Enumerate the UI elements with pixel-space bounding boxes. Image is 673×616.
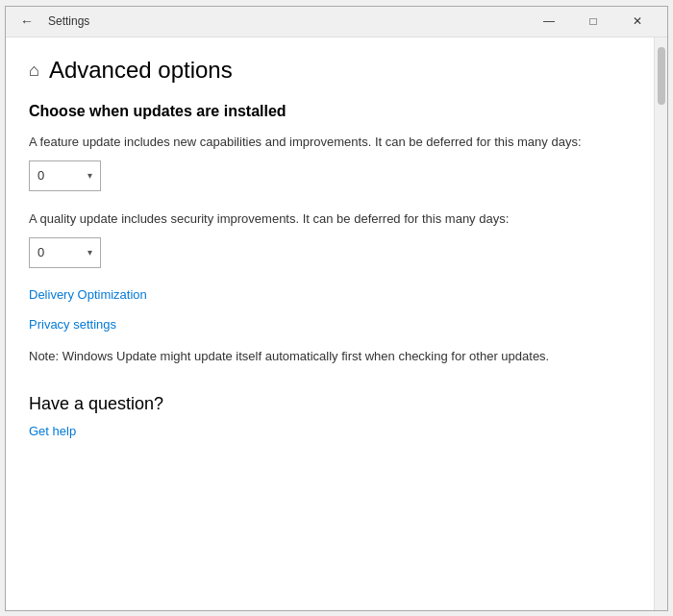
- close-button[interactable]: ✕: [615, 6, 660, 37]
- quality-update-description: A quality update includes security impro…: [29, 210, 631, 228]
- content-area: ⌂ Advanced options Choose when updates a…: [6, 37, 667, 610]
- main-content: ⌂ Advanced options Choose when updates a…: [6, 37, 654, 610]
- minimize-icon: —: [543, 14, 555, 28]
- back-icon: ←: [20, 13, 34, 29]
- get-help-link[interactable]: Get help: [29, 424, 631, 438]
- note-text: Note: Windows Update might update itself…: [29, 347, 631, 366]
- close-icon: ✕: [633, 14, 642, 28]
- feature-update-value: 0: [37, 168, 44, 183]
- maximize-button[interactable]: □: [571, 6, 615, 37]
- delivery-optimization-link[interactable]: Delivery Optimization: [29, 287, 631, 302]
- question-title: Have a question?: [29, 394, 631, 414]
- section-title: Choose when updates are installed: [29, 103, 631, 120]
- home-icon: ⌂: [29, 61, 39, 81]
- quality-update-value: 0: [37, 245, 44, 259]
- settings-window: ← Settings — □ ✕ ⌂ Advanced options Choo…: [5, 6, 668, 611]
- feature-update-dropdown[interactable]: 0 ▾: [29, 160, 101, 191]
- question-section: Have a question? Get help: [29, 394, 631, 438]
- page-header: ⌂ Advanced options: [29, 57, 631, 84]
- quality-update-dropdown[interactable]: 0 ▾: [29, 237, 101, 268]
- maximize-icon: □: [589, 14, 596, 28]
- minimize-button[interactable]: —: [527, 6, 571, 37]
- titlebar: ← Settings — □ ✕: [6, 7, 667, 37]
- privacy-settings-link[interactable]: Privacy settings: [29, 317, 631, 332]
- scrollbar-track: [654, 37, 667, 610]
- quality-update-chevron-icon: ▾: [87, 247, 92, 258]
- page-title: Advanced options: [49, 57, 233, 84]
- window-controls: — □ ✕: [527, 6, 660, 37]
- window-title: Settings: [48, 14, 527, 28]
- back-button[interactable]: ←: [13, 8, 40, 35]
- feature-update-description: A feature update includes new capabiliti…: [29, 134, 631, 151]
- scrollbar-thumb[interactable]: [658, 47, 665, 105]
- feature-update-chevron-icon: ▾: [87, 170, 92, 181]
